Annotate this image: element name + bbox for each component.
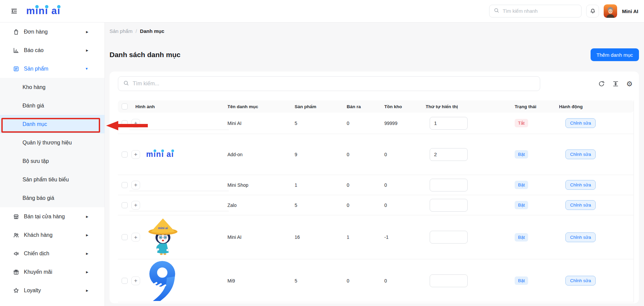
- sold-count: 0: [347, 152, 384, 157]
- table-row: + mini ai Mini AI161-1BậtChỉnh sửa: [118, 215, 634, 259]
- breadcrumb-current: Danh mục: [140, 28, 165, 34]
- row-checkbox[interactable]: [122, 120, 128, 126]
- category-image-brand-logo: mınıaı: [146, 150, 174, 159]
- main-content: Sản phẩm / Danh mục Danh sách danh mục T…: [105, 23, 644, 306]
- stock-count: 0: [384, 152, 426, 157]
- sidebar-item-kho-hang[interactable]: Kho hàng: [0, 78, 104, 96]
- sidebar-item-khach-hang[interactable]: Khách hàng▶: [0, 226, 104, 244]
- content-card: ⚙ Hình ảnhTên danh mụcSản phẩmBán raTồn …: [110, 72, 639, 303]
- category-name: Mi9: [227, 278, 295, 283]
- sidebar-item-ban-tai-cua-hang[interactable]: Bán tại cửa hàng▶: [0, 207, 104, 226]
- sidebar-item-bo-suu-tap[interactable]: Bộ sưu tập: [0, 152, 104, 170]
- expand-row-button[interactable]: +: [131, 276, 140, 285]
- chart-icon: [13, 47, 19, 54]
- row-checkbox[interactable]: [122, 151, 128, 158]
- refresh-icon[interactable]: [598, 80, 605, 87]
- sidebar-item-label: Quản lý thương hiệu: [23, 140, 72, 146]
- select-all-checkbox[interactable]: [122, 103, 128, 110]
- display-order-input[interactable]: [430, 199, 468, 212]
- edit-button[interactable]: Chỉnh sửa: [565, 118, 596, 128]
- products-count: 5: [295, 203, 347, 208]
- sidebar-item-loyalty[interactable]: Loyalty▶: [0, 281, 104, 300]
- table-row: + Mi9500BậtChỉnh sửa: [118, 259, 634, 302]
- sidebar-item-danh-muc[interactable]: Danh mục: [0, 115, 104, 133]
- edit-button[interactable]: Chỉnh sửa: [565, 276, 596, 286]
- empty-image-underline: [129, 130, 229, 130]
- edit-button[interactable]: Chỉnh sửa: [565, 149, 596, 159]
- display-order-input[interactable]: [430, 274, 468, 287]
- row-checkbox[interactable]: [122, 202, 128, 208]
- global-search: [489, 5, 582, 17]
- sold-count: 0: [347, 182, 384, 188]
- sidebar-item-quan-ly-thuong-hieu[interactable]: Quản lý thương hiệu: [0, 133, 104, 152]
- stock-count: 0: [384, 203, 426, 208]
- sidebar-toggle-icon[interactable]: [10, 7, 18, 15]
- chevron-right-icon: ▶: [86, 49, 88, 52]
- expand-row-button[interactable]: +: [131, 181, 140, 189]
- edit-button[interactable]: Chỉnh sửa: [565, 232, 596, 242]
- settings-icon[interactable]: ⚙: [626, 80, 633, 87]
- display-order-input[interactable]: [430, 231, 468, 244]
- category-name: Add-on: [227, 152, 295, 157]
- top-bar: mınıaı: [0, 0, 644, 23]
- row-checkbox[interactable]: [122, 234, 128, 240]
- breadcrumb-parent[interactable]: Sản phẩm: [110, 28, 132, 34]
- row-height-icon[interactable]: [612, 80, 619, 87]
- stock-count: 0: [384, 278, 426, 283]
- sidebar-item-chien-dich[interactable]: Chiến dịch▶: [0, 244, 104, 263]
- sidebar-item-label: Bảng báo giá: [23, 195, 54, 201]
- table-row: +Zalo500BậtChỉnh sửa: [118, 195, 634, 215]
- stock-count: 99999: [384, 121, 426, 126]
- empty-image-underline: [129, 211, 229, 211]
- expand-row-button[interactable]: +: [131, 233, 140, 242]
- display-order-input[interactable]: [430, 117, 468, 130]
- empty-image-underline: [129, 191, 229, 191]
- sidebar-item-san-pham-tieu-bieu[interactable]: Sản phẩm tiêu biểu: [0, 170, 104, 189]
- sold-count: 0: [347, 203, 384, 208]
- edit-button[interactable]: Chỉnh sửa: [565, 180, 596, 190]
- category-table: Hình ảnhTên danh mụcSản phẩmBán raTồn kh…: [118, 100, 634, 302]
- column-header: Bán ra: [347, 104, 384, 109]
- display-order-input[interactable]: [430, 148, 468, 161]
- sidebar-item-label: Sản phẩm tiêu biểu: [23, 177, 69, 183]
- sidebar-item-anh-gia[interactable]: Đánh giá: [0, 96, 104, 115]
- column-header: Sản phẩm: [295, 104, 347, 109]
- status-badge: Bật: [515, 233, 528, 242]
- sidebar-item-san-pham[interactable]: Sản phẩm▼: [0, 59, 104, 78]
- column-header: Hình ảnh: [131, 104, 227, 109]
- expand-row-button[interactable]: +: [131, 201, 140, 210]
- sidebar-item-label: Báo cáo: [24, 47, 44, 53]
- sidebar-item-label: Bộ sưu tập: [23, 158, 49, 164]
- sidebar-item-on-hang[interactable]: Đơn hàng▶: [0, 23, 104, 41]
- product-icon: [13, 65, 19, 72]
- sidebar-item-label: Chiến dịch: [24, 251, 49, 257]
- brand-logo[interactable]: mınıaı: [26, 6, 60, 16]
- products-count: 9: [295, 152, 347, 157]
- expand-row-button[interactable]: +: [131, 150, 140, 159]
- display-order-input[interactable]: [430, 179, 468, 191]
- add-category-button[interactable]: Thêm danh mục: [591, 48, 639, 61]
- edit-button[interactable]: Chỉnh sửa: [565, 200, 596, 210]
- campaign-icon: [13, 250, 19, 257]
- bell-icon[interactable]: [586, 5, 599, 17]
- table-row: +mınıaıAdd-on900BậtChỉnh sửa: [118, 134, 634, 175]
- row-checkbox[interactable]: [122, 182, 128, 188]
- expand-row-button[interactable]: +: [131, 119, 140, 128]
- sold-count: 1: [347, 234, 384, 240]
- customers-icon: [13, 232, 19, 238]
- global-search-input[interactable]: [503, 8, 577, 14]
- avatar[interactable]: [604, 4, 617, 18]
- user-name[interactable]: Mini AI: [622, 8, 638, 14]
- row-checkbox[interactable]: [122, 278, 128, 284]
- sidebar-item-khuyen-mai[interactable]: Khuyến mãi▶: [0, 263, 104, 281]
- breadcrumb-separator: /: [135, 28, 137, 34]
- sidebar-item-label: Khuyến mãi: [24, 269, 52, 275]
- table-header-row: Hình ảnhTên danh mụcSản phẩmBán raTồn kh…: [118, 100, 634, 113]
- status-badge: Bật: [515, 181, 528, 189]
- products-count: 5: [295, 121, 347, 126]
- table-search-input[interactable]: [133, 81, 535, 87]
- sidebar-item-bang-bao-gia[interactable]: Bảng báo giá: [0, 189, 104, 207]
- svg-text:mini ai: mini ai: [158, 226, 168, 230]
- bag-icon: [13, 29, 19, 35]
- sidebar-item-bao-cao[interactable]: Báo cáo▶: [0, 41, 104, 59]
